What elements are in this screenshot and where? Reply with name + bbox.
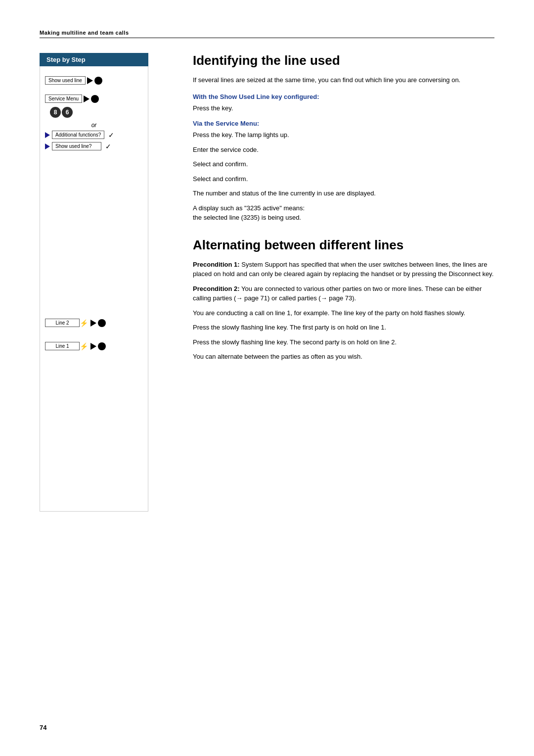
step-by-step-label: Step by Step (46, 56, 86, 63)
body2-text: You can alternate between the parties as… (193, 352, 494, 362)
main-layout: Step by Step Show used line (40, 53, 494, 512)
step2-text: Press the key. The lamp lights up. (193, 130, 494, 140)
line2-arrow-icon (90, 320, 96, 327)
step-line1-text: Press the slowly flashing line key. The … (193, 337, 494, 347)
heading2: Via the Service Menu: (193, 120, 494, 127)
or-label: or (45, 122, 143, 129)
arrow-dot-group (86, 77, 102, 85)
line2-arrow-group (89, 319, 106, 327)
step3-text: Enter the service code. (193, 145, 494, 155)
section2-title: Alternating between different lines (193, 237, 494, 253)
service-menu-region: Service Menu 8 6 or (45, 94, 143, 150)
show-used-line-step: Show used line (45, 76, 143, 85)
code-box: 8 6 (50, 107, 143, 118)
show-used-line-key: Show used line (45, 76, 86, 85)
show-used-line-select-box: Show used line? (52, 142, 101, 150)
note2-text: A display such as "3235 active" means: t… (193, 203, 494, 223)
arrow-right-icon (87, 77, 93, 84)
show-used-line-region: Show used line (45, 76, 143, 85)
line1-arrow-icon (90, 343, 96, 350)
step-line2-text: Press the slowly flashing line key. The … (193, 323, 494, 332)
line1-item: Line 1 ⚡ (45, 342, 143, 350)
additional-functions-item: Additional functions? ✓ (45, 131, 143, 139)
content-area: Identifying the line used If several lin… (178, 53, 494, 512)
page-number: 74 (40, 724, 46, 731)
step5-text: Select and confirm. (193, 174, 494, 184)
checkmark-2: ✓ (105, 142, 111, 150)
sidebar: Step by Step Show used line (40, 53, 178, 512)
digit-8: 8 (50, 107, 61, 118)
service-dot-filled-1 (91, 95, 99, 103)
service-dot-pair (91, 95, 99, 103)
sidebar-content: Show used line Service Menu (40, 66, 148, 512)
body1-text: You are conducting a call on line 1, for… (193, 308, 494, 318)
precondition1-label: Precondition 1: (193, 261, 240, 268)
service-arrow-dot-group (82, 95, 99, 103)
step4-text: Select and confirm. (193, 159, 494, 169)
step-by-step-box: Step by Step (40, 53, 148, 66)
line1-dot (98, 342, 106, 350)
select-arrow-icon-2 (45, 143, 50, 149)
additional-functions-box: Additional functions? (52, 131, 104, 139)
dot-filled-1 (94, 77, 102, 85)
step1-text: Press the key. (193, 103, 494, 113)
section1-title: Identifying the line used (193, 53, 494, 68)
line2-key: Line 2 (45, 319, 80, 327)
dot-pair (94, 77, 102, 85)
section1-intro: If several lines are seized at the same … (193, 75, 494, 85)
service-menu-key: Service Menu (45, 94, 82, 103)
precondition1: Precondition 1: System Support has speci… (193, 260, 494, 279)
heading1: With the Show Used Line key configured: (193, 93, 494, 100)
digit-6: 6 (62, 107, 73, 118)
line1-arrow-group (89, 342, 106, 350)
checkmark-1: ✓ (108, 131, 114, 139)
line2-dot (98, 319, 106, 327)
slow-flash-icon-1: ⚡ (80, 320, 88, 327)
select-arrow-icon-1 (45, 132, 50, 138)
service-menu-step: Service Menu (45, 94, 143, 103)
precondition2-label: Precondition 2: (193, 285, 240, 292)
line-keys-region: Line 2 ⚡ Line 1 ⚡ (45, 319, 143, 350)
note1-text: The number and status of the line curren… (193, 189, 494, 198)
show-used-line-select-item: Show used line? ✓ (45, 142, 143, 150)
header-text: Making multiline and team calls (40, 30, 129, 36)
slow-flash-icon-2: ⚡ (80, 343, 88, 350)
line1-key: Line 1 (45, 342, 80, 350)
line2-item: Line 2 ⚡ (45, 319, 143, 327)
precondition2: Precondition 2: You are connected to var… (193, 284, 494, 303)
page-header: Making multiline and team calls (40, 30, 494, 38)
service-arrow-right-icon (84, 95, 89, 102)
page: Making multiline and team calls Step by … (0, 0, 534, 756)
